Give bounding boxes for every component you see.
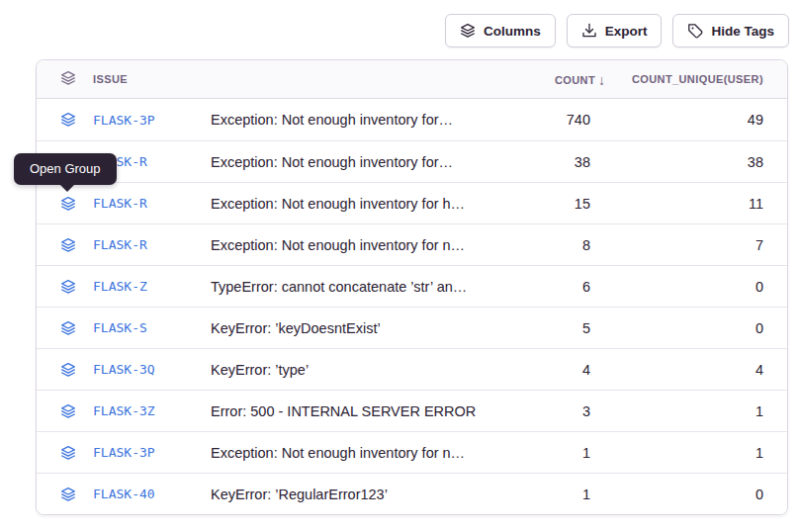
count-unique-value: 7 [603,237,787,253]
stack-icon[interactable] [60,237,76,253]
stack-icon[interactable] [60,403,76,419]
stack-icon[interactable] [60,320,76,336]
issue-title: KeyError: ’type’ [211,362,514,378]
open-group-tooltip: Open Group [14,153,117,185]
columns-button[interactable]: Columns [445,14,556,47]
export-button-label: Export [605,24,648,39]
table-row[interactable]: FLASK-R Exception: Not enough inventory … [37,182,787,223]
issue-title: Error: 500 - INTERNAL SERVER ERROR [211,403,514,419]
issue-link[interactable]: FLASK-3Q [93,362,155,377]
columns-button-label: Columns [484,24,541,39]
stack-icon[interactable] [60,279,76,295]
count-unique-value: 0 [603,320,787,336]
table-row[interactable]: FLASK-3P Exception: Not enough inventory… [37,99,787,140]
count-value: 4 [514,362,603,378]
issues-table: ISSUE COUNT↓ COUNT_UNIQUE(USER) FLASK-3P [36,59,788,515]
issue-title: TypeError: cannot concatenate ’str’ an… [211,279,514,295]
issue-title: Exception: Not enough inventory for h… [211,196,514,212]
issue-link[interactable]: FLASK-40 [93,487,155,501]
count-value: 1 [514,445,603,461]
count-value: 1 [514,487,603,502]
download-icon [581,23,597,39]
issue-link[interactable]: FLASK-R [93,196,147,211]
issue-title: KeyError: ’RegularError123’ [211,487,514,502]
count-unique-value: 49 [603,112,787,128]
stack-icon[interactable] [60,112,76,128]
count-unique-value: 4 [603,362,787,378]
table-row[interactable]: FLASK-3Z Error: 500 - INTERNAL SERVER ER… [37,390,787,431]
issue-cell: FLASK-3Z [37,403,211,419]
table-row[interactable]: FLASK-Z TypeError: cannot concatenate ’s… [37,265,787,307]
sort-desc-icon: ↓ [598,72,605,88]
issue-title: Exception: Not enough inventory for… [211,112,514,128]
count-unique-column-label: COUNT_UNIQUE(USER) [632,73,763,85]
issue-cell: FLASK-3P [37,445,211,461]
tooltip-caret [60,185,74,192]
count-unique-value: 11 [603,196,787,212]
count-unique-value: 0 [603,487,787,502]
count-unique-column-header[interactable]: COUNT_UNIQUE(USER) [603,73,787,85]
open-group-tooltip-label: Open Group [30,161,101,176]
stack-icon[interactable] [60,362,76,378]
issue-cell: FLASK-R [37,237,211,253]
table-toolbar: Columns Export Hide Tags [445,14,789,47]
issue-link[interactable]: FLASK-Z [93,279,147,294]
count-value: 6 [514,279,603,295]
hide-tags-button-label: Hide Tags [711,24,774,39]
count-value: 8 [514,237,603,253]
count-unique-value: 1 [603,403,787,419]
issue-cell: FLASK-40 [37,487,211,502]
stack-icon [60,70,76,88]
table-row[interactable]: FLASK-3Q KeyError: ’type’ 4 4 [37,348,787,390]
table-row[interactable]: FLASK-S KeyError: ’keyDoesntExist’ 5 0 [37,307,787,348]
table-row[interactable]: FLASK-40 KeyError: ’RegularError123’ 1 0 [37,473,787,514]
count-value: 15 [514,196,603,212]
stack-icon[interactable] [60,196,76,212]
table-row[interactable]: FLASK-R Exception: Not enough inventory … [37,223,787,265]
count-value: 5 [514,320,603,336]
issue-title: Exception: Not enough inventory for n… [211,237,514,253]
count-unique-value: 0 [603,279,787,295]
layers-icon [460,23,476,39]
count-unique-value: 1 [603,445,787,461]
issue-title: KeyError: ’keyDoesntExist’ [211,320,514,336]
issue-column-label: ISSUE [93,73,128,85]
issue-title: Exception: Not enough inventory for n… [211,445,514,461]
issue-cell: FLASK-3Q [37,362,211,378]
tag-icon [687,23,703,39]
count-column-label: COUNT [555,74,595,86]
stack-icon[interactable] [60,445,76,461]
count-unique-value: 38 [603,154,787,170]
count-value: 3 [514,403,603,419]
count-value: 38 [514,154,603,170]
count-column-header[interactable]: COUNT↓ [514,71,603,87]
issue-link[interactable]: FLASK-3Z [93,403,155,418]
issue-link[interactable]: FLASK-S [93,320,147,335]
stack-icon[interactable] [60,487,76,502]
issue-cell: FLASK-Z [37,279,211,295]
issue-column-header[interactable]: ISSUE [37,70,211,88]
issue-cell: FLASK-R [37,196,211,212]
issue-link[interactable]: FLASK-R [93,237,147,252]
table-header-row: ISSUE COUNT↓ COUNT_UNIQUE(USER) [37,60,787,99]
issue-link[interactable]: FLASK-3P [93,113,155,128]
hide-tags-button[interactable]: Hide Tags [672,14,789,47]
count-value: 740 [514,112,603,128]
export-button[interactable]: Export [567,14,663,47]
issue-link[interactable]: FLASK-3P [93,445,155,460]
issue-cell: FLASK-S [37,320,211,336]
table-row[interactable]: FLASK-3P Exception: Not enough inventory… [37,431,787,473]
table-row[interactable]: FLASK-R Exception: Not enough inventory … [37,140,787,182]
issue-cell: FLASK-3P [37,112,211,128]
table-body: FLASK-3P Exception: Not enough inventory… [37,99,787,514]
issue-title: Exception: Not enough inventory for… [211,154,514,170]
